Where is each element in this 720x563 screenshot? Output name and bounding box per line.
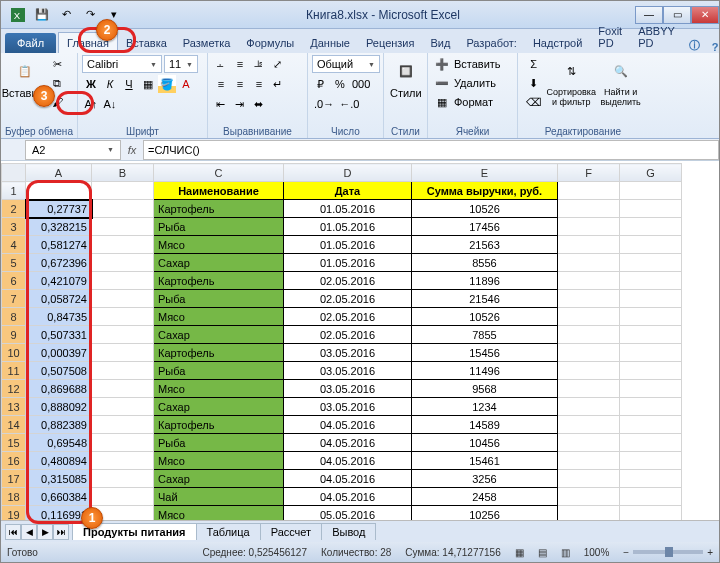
ribbon-tab-8[interactable]: Надстрой — [525, 33, 590, 53]
cell-name[interactable]: Сахар — [154, 326, 284, 344]
cell[interactable] — [92, 218, 154, 236]
col-header[interactable]: B — [92, 164, 154, 182]
align-right-button[interactable]: ≡ — [250, 75, 268, 93]
row-header[interactable]: 19 — [2, 506, 26, 521]
autosum-button[interactable]: Σ — [522, 55, 545, 73]
worksheet-grid[interactable]: A B C D E F G 1 Наименование Дата Сумма … — [1, 163, 719, 520]
zoom-level[interactable]: 100% — [584, 547, 610, 558]
row-header[interactable]: 11 — [2, 362, 26, 380]
table-header-date[interactable]: Дата — [284, 182, 412, 200]
cell-random[interactable]: 0,421079 — [26, 272, 92, 290]
ribbon-tab-5[interactable]: Рецензия — [358, 33, 423, 53]
cell-sum[interactable]: 2458 — [412, 488, 558, 506]
font-size-select[interactable]: 11▼ — [164, 55, 198, 73]
cell[interactable] — [558, 470, 620, 488]
view-layout-icon[interactable]: ▤ — [538, 547, 547, 558]
orientation-button[interactable]: ⤢ — [269, 55, 287, 73]
fill-color-button[interactable]: 🪣 — [158, 75, 176, 93]
cell-name[interactable]: Чай — [154, 488, 284, 506]
cell-random[interactable]: 0,882389 — [26, 416, 92, 434]
align-middle-button[interactable]: ≡ — [231, 55, 249, 73]
undo-icon[interactable]: ↶ — [55, 4, 77, 26]
cell-random[interactable]: 0,581274 — [26, 236, 92, 254]
decrease-decimal-button[interactable]: ←.0 — [337, 95, 361, 113]
ribbon-tab-1[interactable]: Вставка — [118, 33, 175, 53]
cell-sum[interactable]: 9568 — [412, 380, 558, 398]
row-header[interactable]: 1 — [2, 182, 26, 200]
zoom-in-icon[interactable]: + — [707, 547, 713, 558]
cell-random[interactable]: 0,480894 — [26, 452, 92, 470]
cell[interactable] — [92, 308, 154, 326]
cell-name[interactable]: Мясо — [154, 236, 284, 254]
cell[interactable] — [558, 200, 620, 218]
sheet-tab[interactable]: Вывод — [321, 523, 376, 540]
col-header[interactable]: A — [26, 164, 92, 182]
cell-sum[interactable]: 10526 — [412, 308, 558, 326]
cell-sum[interactable]: 8556 — [412, 254, 558, 272]
col-header[interactable]: D — [284, 164, 412, 182]
font-name-select[interactable]: Calibri▼ — [82, 55, 162, 73]
cell[interactable] — [92, 182, 154, 200]
cell-random[interactable]: 0,69548 — [26, 434, 92, 452]
view-normal-icon[interactable]: ▦ — [515, 547, 524, 558]
align-top-button[interactable]: ⫠ — [212, 55, 230, 73]
fx-icon[interactable]: fx — [121, 144, 143, 156]
cell[interactable] — [558, 344, 620, 362]
cell-random[interactable]: 0,000397 — [26, 344, 92, 362]
align-bottom-button[interactable]: ⫡ — [250, 55, 268, 73]
help-icon[interactable]: ? — [706, 41, 720, 53]
cell[interactable] — [558, 218, 620, 236]
number-format-select[interactable]: Общий▼ — [312, 55, 380, 73]
cell-name[interactable]: Мясо — [154, 506, 284, 521]
cell[interactable] — [92, 488, 154, 506]
cell-random[interactable]: 0,672396 — [26, 254, 92, 272]
fill-button[interactable]: ⬇ — [522, 74, 545, 92]
sheet-nav-first[interactable]: ⏮ — [5, 524, 21, 540]
row-header[interactable]: 5 — [2, 254, 26, 272]
cell[interactable] — [620, 200, 682, 218]
ribbon-minimize-icon[interactable]: ⓘ — [683, 38, 706, 53]
cell[interactable] — [92, 254, 154, 272]
bold-button[interactable]: Ж — [82, 75, 100, 93]
cell-random[interactable]: 0,315085 — [26, 470, 92, 488]
file-tab[interactable]: Файл — [5, 33, 56, 53]
cell-random[interactable]: 0,869688 — [26, 380, 92, 398]
cell-date[interactable]: 01.05.2016 — [284, 254, 412, 272]
cell-sum[interactable]: 10456 — [412, 434, 558, 452]
increase-font-button[interactable]: A↑ — [82, 95, 100, 113]
table-header-name[interactable]: Наименование — [154, 182, 284, 200]
align-center-button[interactable]: ≡ — [231, 75, 249, 93]
cell-name[interactable]: Рыба — [154, 362, 284, 380]
cell-date[interactable]: 04.05.2016 — [284, 470, 412, 488]
sheet-nav-prev[interactable]: ◀ — [21, 524, 37, 540]
cell-name[interactable]: Картофель — [154, 200, 284, 218]
cell[interactable] — [92, 290, 154, 308]
cell[interactable] — [620, 506, 682, 521]
cell[interactable] — [92, 416, 154, 434]
cell-date[interactable]: 04.05.2016 — [284, 488, 412, 506]
cell-date[interactable]: 03.05.2016 — [284, 398, 412, 416]
cell-random[interactable]: 0,660384 — [26, 488, 92, 506]
insert-cells-button[interactable]: ➕Вставить — [432, 55, 513, 73]
styles-button[interactable]: 🔲 Стили — [388, 55, 424, 101]
cell-name[interactable]: Рыба — [154, 218, 284, 236]
cut-button[interactable]: ✂ — [47, 55, 67, 73]
close-button[interactable]: ✕ — [691, 6, 719, 24]
cell[interactable] — [92, 344, 154, 362]
delete-cells-button[interactable]: ➖Удалить — [432, 74, 513, 92]
cell-sum[interactable]: 1234 — [412, 398, 558, 416]
sheet-tab[interactable]: Рассчет — [260, 523, 323, 540]
cell-sum[interactable]: 10256 — [412, 506, 558, 521]
row-header[interactable]: 13 — [2, 398, 26, 416]
save-icon[interactable]: 💾 — [31, 4, 53, 26]
cell[interactable] — [620, 434, 682, 452]
cell-name[interactable]: Сахар — [154, 470, 284, 488]
increase-indent-button[interactable]: ⇥ — [231, 95, 249, 113]
wrap-text-button[interactable]: ↵ — [269, 75, 287, 93]
ribbon-tab-3[interactable]: Формулы — [238, 33, 302, 53]
cell[interactable] — [558, 308, 620, 326]
cell-date[interactable]: 01.05.2016 — [284, 218, 412, 236]
cell[interactable] — [558, 488, 620, 506]
view-break-icon[interactable]: ▥ — [561, 547, 570, 558]
cell[interactable] — [558, 398, 620, 416]
